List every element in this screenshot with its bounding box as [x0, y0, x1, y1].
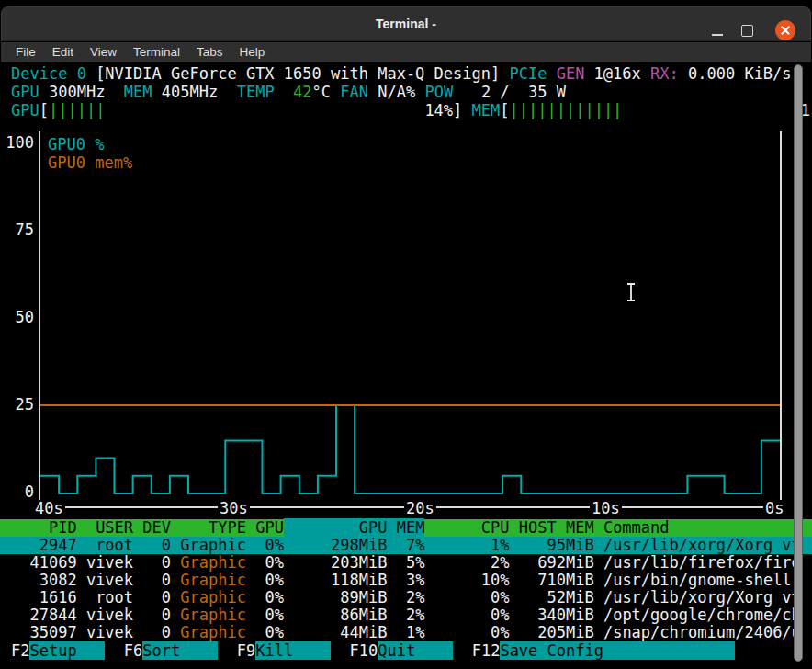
menu-item-view[interactable]: View	[82, 43, 125, 61]
row-cell: /usr/bin/gnome-shell	[594, 571, 792, 589]
table-row[interactable]: 3082 vivek 0 Graphic 0% 118MiB 3% 10% 71…	[0, 572, 812, 589]
row-cell: 35097	[11, 623, 77, 641]
row-cell: 44MiB	[284, 623, 388, 641]
row-cell: 340MiB	[510, 606, 594, 624]
maximize-button[interactable]	[737, 20, 757, 40]
faction-quit[interactable]: Quit	[378, 641, 453, 660]
menu-item-terminal[interactable]: Terminal	[125, 43, 188, 61]
row-cell: Graphic	[171, 623, 246, 641]
row-cell: 95MiB	[510, 536, 594, 554]
table-row[interactable]: 27844 vivek 0 Graphic 0% 86MiB 2% 0% 340…	[0, 607, 812, 624]
row-cell: 52MiB	[510, 588, 594, 607]
close-button[interactable]	[775, 20, 795, 40]
minimize-button[interactable]	[707, 20, 727, 40]
row-cell: 203MiB	[284, 553, 388, 572]
header-cell[interactable]: GPU	[246, 518, 284, 537]
gpu-info-line-1: Device 0 [NVIDIA GeForce GTX 1650 with M…	[11, 64, 810, 83]
row-cell: vivek	[77, 571, 133, 589]
row-cell: vivek	[77, 623, 133, 641]
gpu-info-line-3: GPU[|||||| 14%] MEM[|||||||||||| 1	[11, 101, 810, 119]
header-cell[interactable]: Command	[594, 518, 670, 537]
header-cell[interactable]: GPU MEM	[284, 518, 425, 537]
row-cell: 3%	[387, 571, 424, 589]
gpu-info-line-2: GPU 300MHz MEM 405MHz TEMP 42°C FAN N/A%…	[11, 83, 810, 101]
y-tick-label: 75	[0, 221, 34, 239]
menu-item-tabs[interactable]: Tabs	[188, 43, 231, 61]
row-cell: 0%	[246, 536, 284, 554]
terminal-content: Device 0 [NVIDIA GeForce GTX 1650 with M…	[0, 62, 812, 669]
fkey-f12[interactable]: F12	[472, 641, 501, 660]
row-cell: 2947	[11, 536, 77, 554]
menu-bar: FileEditViewTerminalTabsHelp	[1, 42, 811, 62]
row-cell: 0%	[246, 553, 284, 572]
series-GPU0-	[40, 405, 780, 493]
row-cell: 1%	[424, 536, 509, 554]
row-cell: Graphic	[171, 588, 246, 607]
chart-series-svg	[40, 133, 780, 506]
header-cell[interactable]: TYPE	[171, 518, 246, 537]
row-cell: Graphic	[171, 553, 246, 572]
faction-save-config[interactable]: Save Config	[500, 641, 735, 660]
row-cell: root	[77, 588, 133, 607]
titlebar[interactable]: Terminal -	[1, 6, 811, 41]
header-cell[interactable]: PID	[11, 518, 77, 537]
row-cell: 0	[133, 623, 171, 641]
row-cell: 0	[133, 553, 171, 572]
row-cell: 10%	[424, 571, 509, 589]
row-cell: 0%	[246, 623, 284, 641]
row-cell: /usr/lib/xorg/Xorg vt	[594, 588, 801, 607]
menu-item-edit[interactable]: Edit	[44, 43, 82, 61]
faction-kill[interactable]: Kill	[255, 641, 331, 660]
row-cell: root	[77, 536, 133, 554]
table-row[interactable]: 41069 vivek 0 Graphic 0% 203MiB 5% 2% 69…	[0, 554, 812, 572]
fkey-f6[interactable]: F6	[124, 641, 142, 660]
gpu-device-info: Device 0 [NVIDIA GeForce GTX 1650 with M…	[11, 64, 810, 119]
faction-setup[interactable]: Setup	[29, 641, 105, 660]
header-cell[interactable]: USER	[77, 518, 133, 537]
text-ibeam-cursor	[625, 282, 637, 302]
table-row[interactable]: 2947 root 0 Graphic 0% 298MiB 7% 1% 95Mi…	[0, 537, 812, 554]
row-cell: 7%	[387, 536, 424, 554]
fkey-f2[interactable]: F2	[11, 641, 29, 660]
header-cell[interactable]: CPU	[424, 518, 509, 537]
row-cell: 710MiB	[510, 571, 594, 589]
row-cell: /opt/google/chrome/ch	[594, 606, 801, 624]
scrollbar-thumb[interactable]	[794, 64, 803, 662]
row-cell: 5%	[387, 553, 424, 572]
row-cell: vivek	[77, 553, 133, 572]
y-tick-label: 50	[0, 308, 34, 326]
y-tick-label: 100	[0, 133, 34, 152]
row-cell: 118MiB	[284, 571, 388, 589]
fkey-f9[interactable]: F9	[237, 641, 255, 660]
row-cell: 41069	[11, 553, 77, 572]
row-cell: 692MiB	[510, 553, 594, 572]
row-cell: 0	[133, 571, 171, 589]
header-cell[interactable]: HOST MEM	[510, 518, 594, 537]
row-cell: 298MiB	[284, 536, 388, 554]
row-cell: 0%	[246, 588, 284, 607]
row-cell: Graphic	[171, 536, 246, 554]
y-tick-label: 25	[0, 395, 34, 414]
screen: { "window": { "title": "Terminal -" }, "…	[0, 0, 812, 669]
fkey-f10[interactable]: F10	[350, 641, 378, 660]
row-cell: 27844	[11, 606, 77, 624]
header-cell[interactable]: DEV	[133, 518, 171, 537]
table-row[interactable]: 1616 root 0 Graphic 0% 89MiB 2% 0% 52MiB…	[0, 589, 812, 607]
menu-item-help[interactable]: Help	[231, 43, 274, 61]
faction-sort[interactable]: Sort	[142, 641, 218, 660]
row-cell: 2%	[387, 606, 424, 624]
row-cell: 0	[133, 588, 171, 607]
row-cell: 0%	[424, 588, 509, 607]
table-header-row: PID USER DEV TYPE GPU GPU MEM CPU HOST M…	[0, 519, 812, 537]
table-row[interactable]: 35097 vivek 0 Graphic 0% 44MiB 1% 0% 205…	[0, 624, 812, 641]
row-cell: 0%	[424, 623, 509, 641]
row-cell: /usr/lib/xorg/Xorg vt	[594, 536, 801, 554]
row-cell: 0%	[246, 571, 284, 589]
row-cell: 0%	[424, 606, 509, 624]
row-cell: vivek	[77, 606, 133, 624]
menu-item-file[interactable]: File	[7, 43, 44, 61]
row-cell: 205MiB	[510, 623, 594, 641]
row-cell: Graphic	[171, 571, 246, 589]
function-key-bar: F2Setup F6Sort F9Kill F10Quit F12Save Co…	[11, 641, 735, 660]
row-cell: 0%	[246, 606, 284, 624]
